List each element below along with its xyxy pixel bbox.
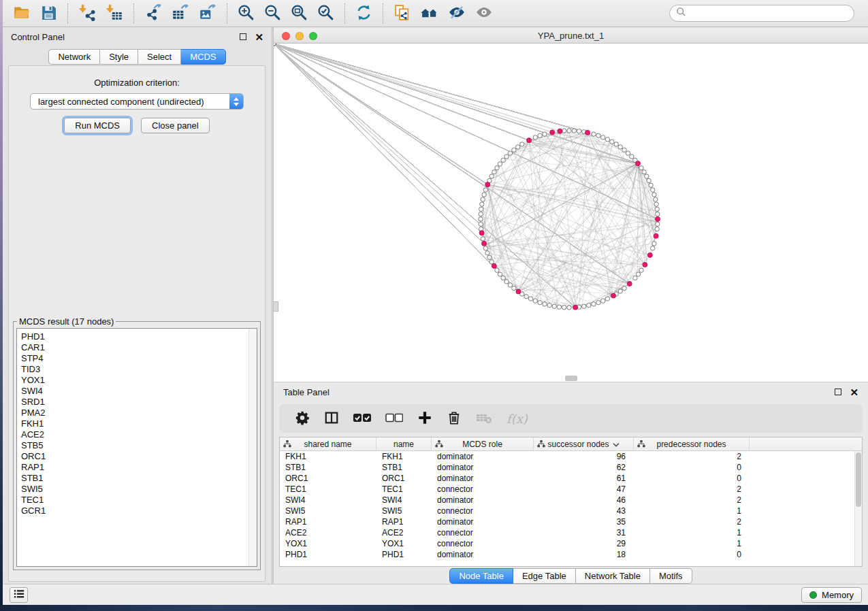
export-network-button[interactable] bbox=[140, 2, 167, 24]
checkboxes-unchecked-button[interactable] bbox=[379, 410, 409, 427]
table-row[interactable]: ACE2ACE2connector311 bbox=[280, 527, 862, 538]
add-column-button[interactable] bbox=[411, 408, 438, 430]
table-tab-network-table[interactable]: Network Table bbox=[576, 568, 650, 584]
mcds-result-node[interactable]: GCR1 bbox=[21, 506, 257, 516]
mcds-result-node[interactable]: YOX1 bbox=[21, 375, 257, 386]
export-image-icon bbox=[199, 3, 216, 23]
search-box[interactable] bbox=[669, 5, 854, 22]
table-row[interactable]: TEC1TEC1connector472 bbox=[280, 484, 862, 495]
import-network-button[interactable] bbox=[74, 2, 101, 24]
dropdown-stepper-icon bbox=[229, 93, 243, 110]
zoom-selected-button[interactable] bbox=[312, 3, 339, 24]
import-network-icon bbox=[78, 3, 96, 23]
import-table-button[interactable] bbox=[101, 2, 128, 24]
table-panel: Table Panel ✕ f(x) shared namenameMCDS r… bbox=[274, 382, 868, 584]
mcds-result-node[interactable]: TID3 bbox=[21, 364, 257, 375]
save-floppy-icon bbox=[40, 4, 57, 23]
delete-column-button[interactable] bbox=[440, 408, 468, 430]
checkboxes-checked-button[interactable] bbox=[347, 410, 377, 427]
mcds-result-node[interactable]: STB1 bbox=[21, 473, 257, 484]
mcds-result-node[interactable]: RAP1 bbox=[21, 462, 257, 473]
window-traffic-lights bbox=[282, 29, 317, 44]
memory-button[interactable]: Memory bbox=[801, 587, 862, 603]
maximize-window-icon[interactable] bbox=[309, 32, 317, 40]
first-neighbors-button[interactable] bbox=[415, 2, 443, 25]
table-settings-gear-button[interactable] bbox=[289, 408, 316, 430]
sort-descending-icon bbox=[613, 440, 620, 449]
show-all-button[interactable] bbox=[470, 2, 498, 24]
table-row[interactable]: PHD1PHD1dominator180 bbox=[280, 549, 862, 560]
mcds-result-node[interactable]: SWI4 bbox=[21, 386, 257, 397]
column-header-shared-name[interactable]: shared name bbox=[280, 437, 376, 450]
column-header-filler bbox=[750, 437, 862, 450]
node-table: shared namenameMCDS rolesuccessor nodesp… bbox=[279, 437, 863, 567]
table-settings-gear-icon bbox=[295, 410, 310, 427]
zoom-out-button[interactable] bbox=[259, 3, 286, 24]
close-panel-button[interactable]: Close panel bbox=[141, 118, 210, 133]
column-header-name[interactable]: name bbox=[376, 437, 432, 450]
tab-network[interactable]: Network bbox=[48, 49, 100, 65]
tab-select[interactable]: Select bbox=[138, 49, 181, 65]
table-tab-node-table[interactable]: Node Table bbox=[449, 568, 513, 584]
mcds-result-node[interactable]: FKH1 bbox=[21, 418, 257, 429]
mcds-result-node[interactable]: CAR1 bbox=[21, 342, 257, 353]
table-tab-motifs[interactable]: Motifs bbox=[650, 568, 692, 584]
mcds-result-node[interactable]: ORC1 bbox=[21, 451, 257, 462]
table-row[interactable]: SWI4SWI4dominator462 bbox=[280, 495, 862, 506]
run-mcds-button[interactable]: Run MCDS bbox=[64, 118, 131, 133]
network-canvas[interactable] bbox=[274, 44, 868, 382]
minimize-window-icon[interactable] bbox=[295, 32, 304, 40]
table-row[interactable]: ORC1ORC1dominator610 bbox=[280, 473, 862, 484]
criterion-dropdown-value: largest connected component (undirected) bbox=[31, 97, 229, 107]
save-floppy-button[interactable] bbox=[35, 3, 62, 24]
table-row[interactable]: SWI5SWI5connector431 bbox=[280, 506, 862, 516]
canvas-bottom-grip[interactable] bbox=[565, 376, 577, 381]
canvas-left-grip[interactable] bbox=[274, 301, 278, 312]
close-window-icon[interactable] bbox=[282, 32, 290, 40]
export-table-icon bbox=[172, 3, 189, 23]
column-header-mcds-role[interactable]: MCDS role bbox=[432, 437, 534, 450]
search-input[interactable] bbox=[690, 8, 848, 18]
network-window: YPA_prune.txt_1 bbox=[274, 29, 868, 382]
table-row[interactable]: FKH1FKH1dominator962 bbox=[280, 451, 862, 462]
table-row[interactable]: STB1STB1dominator620 bbox=[280, 462, 862, 473]
split-columns-button[interactable] bbox=[318, 408, 345, 430]
table-row[interactable]: RAP1RAP1dominator352 bbox=[280, 516, 862, 527]
result-list-scrollbar[interactable] bbox=[248, 329, 257, 566]
mcds-result-node[interactable]: SWI5 bbox=[21, 484, 257, 495]
copy-style-button[interactable] bbox=[389, 3, 415, 24]
table-row[interactable]: YOX1YOX1connector291 bbox=[280, 538, 862, 549]
mcds-result-node[interactable]: ACE2 bbox=[21, 429, 257, 440]
tab-mcds[interactable]: MCDS bbox=[181, 49, 225, 65]
mcds-result-node[interactable]: TEC1 bbox=[21, 495, 257, 506]
close-table-panel-icon[interactable]: ✕ bbox=[850, 387, 858, 397]
memory-status-dot bbox=[809, 591, 817, 599]
zoom-fit-button[interactable] bbox=[286, 3, 312, 24]
mcds-result-node[interactable]: SRD1 bbox=[21, 397, 257, 408]
toolbar-separator bbox=[133, 3, 134, 24]
mcds-result-node[interactable]: PMA2 bbox=[21, 408, 257, 418]
column-header-successor-nodes[interactable]: successor nodes bbox=[534, 437, 634, 450]
delete-column-icon bbox=[447, 410, 462, 427]
mcds-result-node[interactable]: STP4 bbox=[21, 353, 257, 364]
open-folder-button[interactable] bbox=[8, 2, 35, 24]
float-table-panel-icon[interactable] bbox=[835, 389, 841, 395]
mcds-result-node[interactable]: STB5 bbox=[21, 440, 257, 451]
criterion-dropdown[interactable]: largest connected component (undirected) bbox=[30, 93, 244, 110]
mcds-result-group: MCDS result (17 nodes) PHD1CAR1STP4TID3Y… bbox=[13, 316, 261, 570]
table-scrollbar[interactable] bbox=[854, 451, 862, 566]
table-scrollbar-thumb[interactable] bbox=[856, 452, 861, 507]
export-image-button[interactable] bbox=[194, 2, 221, 24]
tab-style[interactable]: Style bbox=[100, 49, 138, 65]
close-panel-icon[interactable]: ✕ bbox=[255, 32, 263, 42]
task-history-button[interactable] bbox=[10, 587, 28, 603]
mcds-result-node[interactable]: PHD1 bbox=[21, 331, 257, 342]
float-panel-icon[interactable] bbox=[240, 33, 246, 40]
column-header-predecessor-nodes[interactable]: predecessor nodes bbox=[634, 437, 750, 450]
zoom-in-button[interactable] bbox=[233, 3, 259, 24]
hide-selected-button[interactable] bbox=[443, 2, 470, 24]
refresh-view-button[interactable] bbox=[351, 3, 377, 24]
table-tab-edge-table[interactable]: Edge Table bbox=[513, 568, 576, 584]
export-table-button[interactable] bbox=[167, 2, 194, 24]
mcds-panel: Optimization criterion: largest connecte… bbox=[8, 65, 266, 582]
